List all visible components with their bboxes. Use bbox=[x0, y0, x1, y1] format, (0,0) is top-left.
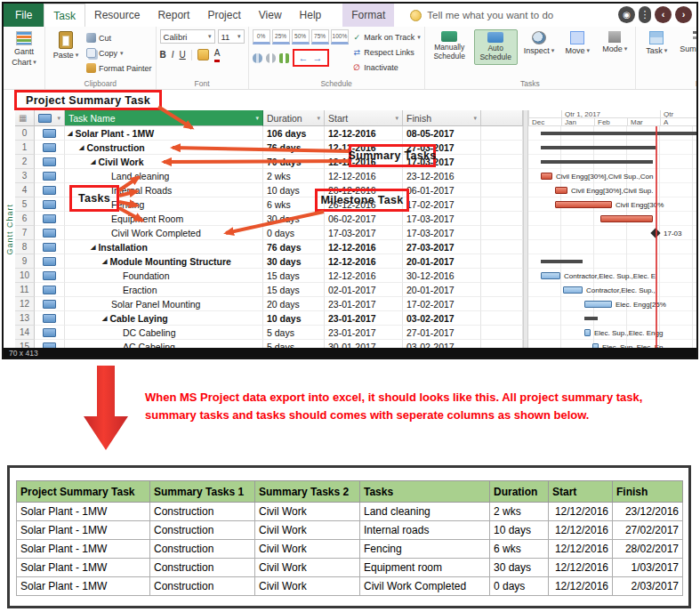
excel-cell[interactable]: 2/03/2017 bbox=[613, 577, 683, 596]
move-task-right-icon[interactable]: → bbox=[313, 51, 323, 65]
task-row-1[interactable]: 1◢Construction76 days12-12-201627-03-201… bbox=[15, 141, 523, 155]
link-tasks-icon[interactable] bbox=[253, 53, 262, 63]
gantt-bar-row-11[interactable] bbox=[563, 286, 583, 294]
background-color-button[interactable] bbox=[197, 49, 209, 60]
manually-schedule-button[interactable]: Manually Schedule bbox=[429, 29, 471, 63]
task-row-10[interactable]: 10Foundation15 days12-12-201630-12-2016 bbox=[15, 269, 523, 283]
font-size-select[interactable]: 11▾ bbox=[218, 29, 245, 44]
move-button[interactable]: Move▾ bbox=[560, 29, 594, 57]
excel-cell[interactable]: 10 days bbox=[490, 521, 549, 540]
task-row-14[interactable]: 14DC Cabeling5 days23-01-201727-01-2017 bbox=[15, 326, 523, 340]
task-row-2[interactable]: 2◢Civil Work70 days12-12-201617-03-2017 bbox=[15, 155, 523, 169]
task-row-11[interactable]: 11Eraction15 days02-01-201720-01-2017 bbox=[15, 283, 523, 297]
expand-triangle-icon[interactable]: ◢ bbox=[79, 144, 84, 150]
gantt-bar-row-10[interactable] bbox=[541, 272, 560, 279]
inactivate-button[interactable]: ∅Inactivate bbox=[352, 60, 421, 74]
ribbon-tab-help[interactable]: Help bbox=[291, 4, 331, 27]
ribbon-tab-project[interactable]: Project bbox=[198, 4, 249, 27]
excel-cell[interactable]: Civil Work bbox=[255, 577, 360, 596]
task-row-8[interactable]: 8◢Installation76 days12-12-201627-03-201… bbox=[15, 240, 523, 254]
gantt-bar-row-6[interactable] bbox=[600, 215, 653, 222]
excel-cell[interactable]: 6 wks bbox=[490, 540, 549, 559]
gantt-bar-row-14[interactable] bbox=[584, 329, 591, 336]
excel-cell[interactable]: 23/12/2016 bbox=[613, 503, 683, 521]
excel-cell[interactable]: Civil Work Completed bbox=[360, 577, 490, 596]
excel-header-4[interactable]: Duration bbox=[490, 481, 549, 503]
ribbon-tab-file[interactable]: File bbox=[4, 4, 44, 27]
tell-me-box[interactable]: Tell me what you want to do bbox=[410, 4, 553, 27]
excel-cell[interactable]: Equipment room bbox=[360, 559, 490, 577]
task-row-3[interactable]: 3Land cleaning2 wks12-12-201623-12-2016 bbox=[15, 169, 523, 183]
task-row-12[interactable]: 12Solar Panel Mounting20 days23-01-20171… bbox=[15, 297, 523, 311]
percent-complete-0[interactable]: 0% bbox=[253, 29, 270, 44]
column-header-finish[interactable]: Finish▾ bbox=[403, 110, 481, 126]
excel-header-5[interactable]: Start bbox=[549, 481, 613, 503]
excel-cell[interactable]: 12/12/2016 bbox=[549, 540, 613, 559]
excel-cell[interactable]: Solar Plant - 1MW bbox=[17, 577, 150, 596]
gantt-bar-row-13[interactable] bbox=[584, 317, 598, 320]
mark-on-track-button[interactable]: ✓Mark on Track▾ bbox=[352, 30, 421, 44]
gantt-bar-row-12[interactable] bbox=[584, 301, 612, 308]
unlink-tasks-icon[interactable] bbox=[266, 53, 276, 63]
excel-cell[interactable]: 12/12/2016 bbox=[549, 503, 613, 521]
back-button[interactable]: ‹ bbox=[655, 6, 672, 23]
excel-cell[interactable]: Solar Plant - 1MW bbox=[17, 540, 150, 559]
column-header-task-name[interactable]: Task Name▾ bbox=[65, 110, 263, 126]
ribbon-tab-resource[interactable]: Resource bbox=[85, 4, 149, 27]
percent-complete-25[interactable]: 25% bbox=[272, 29, 290, 44]
task-row-9[interactable]: 9◢Module Mounting Structure30 days12-12-… bbox=[15, 254, 523, 269]
excel-cell[interactable]: Civil Work bbox=[255, 521, 360, 540]
ribbon-tab-report[interactable]: Report bbox=[149, 4, 198, 27]
percent-complete-75[interactable]: 75% bbox=[311, 29, 329, 44]
excel-cell[interactable]: 27/02/2017 bbox=[613, 521, 683, 540]
excel-cell[interactable]: Solar Plant - 1MW bbox=[17, 503, 150, 521]
mode-button[interactable]: Mode▾ bbox=[598, 29, 632, 55]
gantt-bar-row-4[interactable] bbox=[555, 187, 567, 194]
expand-triangle-icon[interactable]: ◢ bbox=[91, 244, 95, 250]
expand-triangle-icon[interactable]: ◢ bbox=[102, 258, 107, 264]
excel-cell[interactable]: 2 wks bbox=[490, 503, 549, 521]
auto-schedule-button[interactable]: Auto Schedule bbox=[474, 29, 518, 65]
column-header-start[interactable]: Start▾ bbox=[325, 110, 403, 126]
bold-button[interactable]: B bbox=[160, 49, 166, 61]
percent-complete-100[interactable]: 100% bbox=[331, 29, 350, 44]
excel-cell[interactable]: Solar Plant - 1MW bbox=[17, 559, 150, 577]
expand-triangle-icon[interactable]: ◢ bbox=[68, 130, 72, 136]
insert-task-button[interactable]: Task▾ bbox=[640, 29, 673, 57]
excel-cell[interactable]: Construction bbox=[150, 577, 255, 596]
move-task-left-icon[interactable]: ← bbox=[299, 51, 309, 65]
task-row-6[interactable]: 6Equipment Room30 days06-02-201717-03-20… bbox=[15, 212, 523, 226]
gantt-bar-row-9[interactable] bbox=[541, 260, 583, 263]
task-row-0[interactable]: 0◢Solar Plant - 1MW106 days12-12-201608-… bbox=[15, 126, 523, 141]
gantt-chart-view-button[interactable]: Gantt Chart▾ bbox=[7, 29, 41, 68]
excel-cell[interactable]: 30 days bbox=[490, 559, 549, 577]
excel-cell[interactable]: Civil Work bbox=[255, 559, 360, 577]
excel-header-2[interactable]: Summary Tasks 2 bbox=[255, 481, 360, 503]
excel-cell[interactable]: 28/02/2017 bbox=[613, 540, 683, 559]
percent-complete-50[interactable]: 50% bbox=[292, 29, 310, 44]
excel-cell[interactable]: 12/12/2016 bbox=[549, 577, 613, 596]
gantt-bar-row-2[interactable] bbox=[541, 160, 653, 164]
excel-cell[interactable]: 1/03/2017 bbox=[613, 559, 683, 577]
ribbon-tab-view[interactable]: View bbox=[250, 4, 291, 27]
camera-button[interactable]: ◉ bbox=[618, 6, 635, 23]
cut-button[interactable]: Cut bbox=[86, 31, 152, 44]
gantt-bar-row-3[interactable] bbox=[541, 173, 552, 180]
excel-cell[interactable]: Construction bbox=[150, 540, 255, 559]
expand-triangle-icon[interactable]: ◢ bbox=[102, 315, 107, 321]
split-task-icon[interactable] bbox=[279, 53, 289, 63]
excel-header-0[interactable]: Project Summary Task bbox=[17, 481, 150, 503]
excel-header-3[interactable]: Tasks bbox=[360, 481, 490, 503]
font-color-button[interactable]: A bbox=[214, 47, 221, 62]
expand-triangle-icon[interactable]: ◢ bbox=[91, 158, 95, 165]
excel-cell[interactable]: Civil Work bbox=[255, 540, 360, 559]
inspect-button[interactable]: Inspect▾ bbox=[521, 29, 558, 57]
excel-cell[interactable]: Civil Work bbox=[255, 503, 360, 521]
respect-links-button[interactable]: ⇄Respect Links bbox=[352, 45, 421, 59]
excel-cell[interactable]: 12/12/2016 bbox=[549, 559, 613, 577]
paste-button[interactable]: Paste▾ bbox=[49, 29, 83, 61]
underline-button[interactable]: U bbox=[180, 49, 186, 61]
format-painter-button[interactable]: Format Painter bbox=[86, 61, 152, 75]
more-options-button[interactable]: ⋮ bbox=[639, 6, 651, 23]
ribbon-tab-task[interactable]: Task bbox=[44, 4, 85, 27]
